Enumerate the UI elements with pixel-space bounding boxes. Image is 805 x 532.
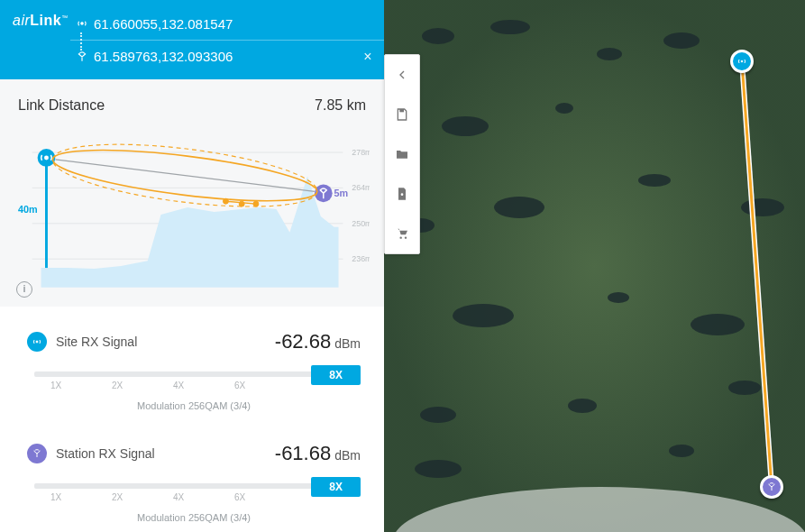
svg-point-31 (691, 314, 745, 335)
site-height-label: 40m (18, 204, 38, 215)
svg-point-28 (741, 198, 784, 216)
elevation-profile: 278m 264m 250m 236m 40m 5m (0, 126, 384, 307)
svg-rect-41 (399, 109, 404, 112)
brand-air: air (13, 13, 30, 28)
info-button[interactable]: i (16, 281, 32, 298)
tick: 2X (112, 492, 123, 502)
svg-point-19 (422, 28, 454, 44)
collapse-button[interactable] (385, 55, 419, 95)
tick: 2X (112, 381, 123, 390)
station-signal-panel: Station RX Signal -61.68dBm 1X 2X 4X 6X … (0, 418, 384, 530)
header: airLink™ 61.660055,132.081547 61.589763,… (0, 0, 384, 79)
svg-point-20 (490, 20, 530, 34)
map-toolbar (384, 54, 420, 254)
svg-point-7 (44, 155, 49, 160)
svg-point-43 (399, 236, 401, 238)
svg-point-32 (420, 407, 456, 423)
site-coord-input[interactable]: 61.660055,132.081547 (94, 16, 384, 32)
svg-point-33 (568, 399, 597, 413)
brand-tm: ™ (61, 14, 69, 21)
station-modulation-badge: 8X (311, 477, 361, 497)
tick: 4X (173, 381, 184, 390)
svg-line-9 (55, 160, 315, 191)
svg-point-24 (555, 103, 573, 114)
svg-point-44 (405, 236, 407, 238)
svg-point-42 (401, 193, 404, 196)
clear-station-button[interactable]: × (352, 49, 384, 65)
link-distance-value: 7.85 km (315, 97, 366, 114)
map-station-pin[interactable] (760, 475, 783, 499)
site-coord-row: 61.660055,132.081547 (70, 7, 384, 40)
svg-point-36 (669, 445, 694, 457)
station-coord-input[interactable]: 61.589763,132.093306 (94, 49, 352, 64)
y-label-0: 278m (352, 148, 370, 157)
link-distance-label: Link Distance (18, 97, 105, 114)
link-distance-row: Link Distance 7.85 km (0, 79, 384, 126)
site-modulation-badge: 8X (311, 365, 361, 385)
station-signal-label: Station RX Signal (56, 446, 155, 461)
tick: 1X (50, 492, 61, 502)
svg-point-34 (415, 460, 462, 478)
svg-point-29 (453, 304, 514, 327)
y-label-3: 236m (352, 254, 370, 263)
antenna-icon (27, 444, 47, 463)
y-label-2: 250m (352, 219, 370, 228)
brand-logo: airLink™ (13, 13, 67, 29)
site-signal-panel: Site RX Signal -62.68dBm 1X 2X 4X 6X 8X … (0, 307, 384, 418)
tick: 4X (173, 492, 184, 502)
sidebar: airLink™ 61.660055,132.081547 61.589763,… (0, 0, 384, 532)
svg-point-30 (608, 292, 629, 303)
brand-link: Link (30, 13, 61, 28)
svg-point-22 (663, 32, 700, 49)
site-signal-value: -62.68dBm (275, 330, 361, 353)
svg-point-26 (494, 197, 544, 218)
site-modulation-text: Modulation 256QAM (3/4) (27, 400, 361, 411)
radio-icon (70, 17, 94, 30)
tick: 1X (50, 381, 61, 390)
svg-point-16 (36, 341, 38, 343)
svg-point-40 (741, 60, 743, 62)
tick: 6X (234, 381, 245, 390)
store-button[interactable] (385, 214, 419, 253)
open-button[interactable] (385, 134, 419, 174)
svg-point-27 (638, 174, 671, 187)
antenna-icon (70, 50, 94, 63)
y-label-1: 264m (352, 183, 370, 192)
svg-point-23 (442, 116, 489, 136)
station-modulation-scale: 1X 2X 4X 6X 8X (34, 480, 361, 505)
site-signal-label: Site RX Signal (56, 335, 137, 349)
station-height-label: 5m (334, 188, 349, 198)
svg-point-35 (728, 381, 761, 395)
station-signal-value: -61.68dBm (275, 442, 361, 465)
station-modulation-text: Modulation 256QAM (3/4) (27, 512, 361, 523)
radio-icon (27, 332, 47, 352)
site-modulation-scale: 1X 2X 4X 6X 8X (34, 368, 361, 393)
map[interactable] (384, 0, 805, 532)
file-button[interactable] (385, 174, 419, 214)
station-coord-row: 61.589763,132.093306 × (70, 40, 384, 72)
tick: 6X (234, 492, 245, 502)
map-site-pin[interactable] (730, 50, 754, 73)
save-button[interactable] (385, 95, 419, 134)
svg-point-0 (81, 23, 83, 24)
svg-point-21 (597, 48, 622, 60)
